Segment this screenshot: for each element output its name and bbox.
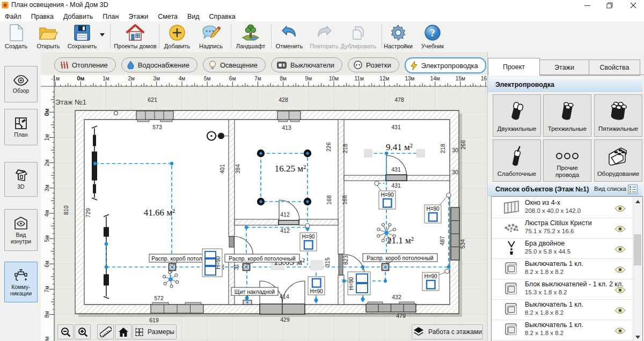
ceiling-light[interactable]: [257, 150, 265, 157]
visibility-eye-icon[interactable]: [615, 265, 625, 275]
wall-switch[interactable]: H=90: [300, 233, 317, 251]
object-list-item[interactable]: Блок выключателей - 1 кл. 2 кл.15.3 x 1.…: [492, 279, 633, 300]
switch-block-right[interactable]: H=90: [348, 272, 370, 295]
sidebar-communications-button[interactable]: Комму-никации: [4, 262, 38, 302]
tab-heating[interactable]: Отопление: [54, 57, 116, 72]
menu-view[interactable]: Вид: [182, 13, 204, 20]
undo-button[interactable]: Отменить: [273, 23, 306, 51]
object-name: Окно из 4-х: [525, 199, 560, 206]
object-list-item[interactable]: Выключатель 1 кл.8.2 x 1.8 x 8.2: [492, 320, 633, 340]
menu-plan[interactable]: План: [98, 13, 123, 20]
measure-button[interactable]: [97, 324, 114, 339]
floors-button[interactable]: Работа с этажами: [412, 324, 483, 339]
plan-canvas[interactable]: -1м0м1м2м3м4м5м6м7м8м9м10м11м12м13м14м15…: [41, 52, 487, 341]
tab-project[interactable]: Проект: [488, 58, 540, 76]
close-button[interactable]: [624, 0, 642, 11]
object-name: Люстра Citilux Кристи: [525, 219, 592, 227]
wall-switch[interactable]: H=90: [425, 205, 441, 223]
room-area-label: 16.25 м²: [275, 164, 306, 174]
duplicate-button[interactable]: Дублировать: [339, 23, 378, 51]
tab-properties[interactable]: Свойства: [589, 60, 640, 76]
zoom-in-button[interactable]: [75, 324, 91, 339]
tab-floors[interactable]: Этажи: [539, 60, 590, 76]
menu-estimate[interactable]: Смета: [153, 13, 182, 20]
tab-sockets[interactable]: Розетки: [348, 57, 399, 72]
three-core-cable-button[interactable]: Трехжильные: [543, 94, 591, 137]
entrance-door-threshold[interactable]: [260, 304, 305, 314]
dimension-label: 432: [392, 294, 401, 300]
redo-icon: [315, 23, 333, 42]
object-list-item[interactable]: Выключатель 1 кл.8.2 x 1.8 x 8.2: [492, 299, 633, 320]
junction-box[interactable]: [243, 264, 250, 271]
menu-add[interactable]: Добавить: [58, 13, 98, 20]
dimensions-button[interactable]: Размеры: [133, 324, 177, 339]
low-current-cable-button[interactable]: Слаботочные: [493, 139, 541, 182]
home-view-button[interactable]: [115, 324, 131, 339]
object-list-scrollbar[interactable]: [633, 197, 642, 341]
wall-marker: [114, 112, 118, 115]
view-list-icon[interactable]: [628, 184, 638, 194]
tab-wiring[interactable]: Электропроводка: [405, 57, 486, 73]
save-button[interactable]: Сохранить: [65, 23, 99, 51]
open-button[interactable]: Открыть: [33, 23, 63, 51]
maximize-button[interactable]: [601, 0, 619, 11]
wall-switch[interactable]: H=90: [308, 277, 325, 295]
sidebar-3d-button[interactable]: 3D: [4, 162, 38, 197]
scrollbar-thumb[interactable]: [634, 234, 641, 265]
redo-button[interactable]: Повторить: [307, 23, 341, 51]
visibility-eye-icon[interactable]: [615, 225, 625, 234]
visibility-eye-icon[interactable]: [615, 286, 625, 295]
ceiling-light[interactable]: [304, 150, 311, 157]
visibility-eye-icon[interactable]: [615, 204, 625, 214]
visibility-eye-icon[interactable]: [615, 327, 625, 336]
eye-icon: [13, 75, 28, 86]
wall-switch[interactable]: H=90: [379, 191, 396, 209]
menu-file[interactable]: Файл: [0, 13, 26, 20]
tab-water[interactable]: Водоснабжение: [121, 57, 197, 72]
landscape-button[interactable]: Ландшафт: [233, 23, 268, 51]
ceiling-light[interactable]: [304, 198, 311, 205]
menu-floors[interactable]: Этажи: [123, 13, 153, 20]
junction-box[interactable]: [382, 264, 389, 271]
object-list-item[interactable]: Окно из 4-х208.0 x 40.0 x 142.0: [492, 197, 633, 218]
visibility-eye-icon[interactable]: [615, 245, 625, 255]
other-wires-button[interactable]: Прочие провода: [543, 139, 591, 182]
ceiling-light[interactable]: [257, 198, 265, 205]
dimension-label: 431: [391, 166, 401, 173]
object-list-item[interactable]: Бра двойное25.0 x 5.8 x 44.5: [492, 238, 633, 259]
h-ruler-label: 13м: [405, 76, 415, 81]
settings-button[interactable]: Настройки: [380, 23, 416, 51]
menu-help[interactable]: Справка: [204, 13, 240, 20]
visibility-eye-icon[interactable]: [615, 306, 625, 316]
zoom-in-icon: [78, 327, 88, 337]
equipment-button[interactable]: Оборудование: [594, 139, 642, 182]
object-list-item[interactable]: Выключатель 1 кл.8.2 x 1.8 x 8.2: [492, 258, 633, 279]
window-right[interactable]: [451, 207, 459, 260]
junction-box[interactable]: [169, 264, 176, 271]
switch-block-left[interactable]: H=90: [202, 249, 222, 277]
v-ruler-label: 4м: [44, 210, 50, 217]
house-projects-button[interactable]: Проекты домов: [112, 23, 159, 51]
wall-switch[interactable]: H=90: [422, 272, 439, 291]
two-core-cable-button[interactable]: Двухжильные: [493, 94, 541, 137]
scroll-up-button[interactable]: [633, 197, 642, 206]
tutorial-button[interactable]: ? Учебник: [417, 23, 448, 51]
five-core-cable-button[interactable]: Пятижильные: [594, 94, 642, 137]
sidebar-plan-button[interactable]: План: [4, 109, 38, 145]
zoom-out-button[interactable]: [57, 324, 74, 339]
h-ruler-label: 16м: [481, 76, 487, 81]
save-dropdown-caret[interactable]: [100, 33, 105, 36]
note-button[interactable]: Надпись: [195, 23, 226, 51]
sidebar-inside-view-button[interactable]: Вид изнутри: [4, 209, 38, 251]
add-button[interactable]: Добавить: [161, 23, 193, 51]
tab-switches[interactable]: Выключатели: [271, 57, 342, 72]
tab-lighting[interactable]: Освещение: [203, 57, 266, 72]
minimize-button[interactable]: [578, 0, 596, 11]
object-name: Выключатель 1 кл.: [525, 321, 583, 329]
surface-panel-box[interactable]: [243, 300, 252, 305]
sidebar-overview-button[interactable]: Обзор: [4, 66, 38, 102]
object-list-item[interactable]: Люстра Citilux Кристи75.1 x 75.2 x 16.6: [492, 218, 633, 239]
scroll-down-button[interactable]: [633, 332, 642, 341]
menu-edit[interactable]: Правка: [26, 13, 58, 20]
new-button[interactable]: Создать: [2, 23, 30, 51]
